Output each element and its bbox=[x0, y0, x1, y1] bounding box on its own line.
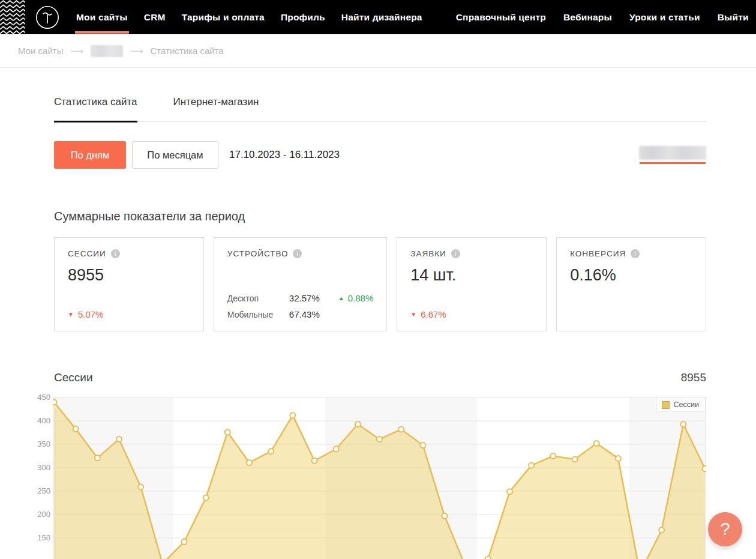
y-axis-tick: 150 bbox=[37, 533, 50, 542]
device-row-desktop: Десктоп 32.57% ▲ 0.88% bbox=[227, 293, 373, 303]
by-months-button[interactable]: По месяцам bbox=[132, 141, 218, 169]
card-sessions: СЕССИИ i 8955 ▼ 5.07% bbox=[54, 237, 204, 331]
main-content: Статистика сайта Интернет-магазин По дня… bbox=[54, 96, 706, 549]
nav-item-tariffs[interactable]: Тарифы и оплата bbox=[182, 0, 265, 34]
device-desktop-label: Десктоп bbox=[227, 294, 289, 303]
info-icon[interactable]: i bbox=[451, 249, 460, 258]
card-conversion: КОНВЕРСИЯ i 0.16% bbox=[556, 237, 706, 331]
device-desktop-value: 32.57% bbox=[289, 293, 332, 303]
device-desktop-delta-value: 0.88% bbox=[348, 293, 374, 303]
tab-bar: Статистика сайта Интернет-магазин bbox=[54, 96, 706, 122]
chart-total: 8955 bbox=[681, 371, 706, 384]
card-devices-label: УСТРОЙСТВО bbox=[227, 249, 289, 258]
chart-header: Сессии 8955 bbox=[54, 371, 706, 384]
site-url-link-redacted[interactable] bbox=[639, 146, 706, 164]
device-mobile-label: Мобильные bbox=[227, 310, 289, 319]
date-range-label: 17.10.2023 - 16.11.2023 bbox=[229, 149, 340, 161]
down-arrow-icon: ▼ bbox=[410, 311, 416, 318]
breadcrumb-arrow-icon: ⟶ bbox=[70, 46, 83, 56]
chart-plot: Сессии bbox=[53, 397, 706, 549]
device-mobile-value: 67.43% bbox=[289, 309, 332, 319]
by-days-button[interactable]: По дням bbox=[54, 141, 126, 169]
card-leads: ЗАЯВКИ i 14 шт. ▼ 6.67% bbox=[397, 237, 547, 331]
card-leads-delta: ▼ 6.67% bbox=[410, 309, 533, 319]
breadcrumb-site-name-redacted[interactable] bbox=[91, 45, 123, 57]
info-icon[interactable]: i bbox=[631, 249, 640, 258]
tab-online-store[interactable]: Интернет-магазин bbox=[173, 96, 259, 121]
top-navbar: Мои сайты CRM Тарифы и оплата Профиль На… bbox=[0, 0, 756, 34]
chart-title: Сессии bbox=[54, 371, 93, 384]
card-sessions-value: 8955 bbox=[68, 266, 190, 285]
card-leads-label: ЗАЯВКИ bbox=[410, 249, 446, 258]
card-sessions-delta-value: 5.07% bbox=[78, 309, 104, 319]
info-icon[interactable]: i bbox=[111, 249, 120, 258]
device-desktop-delta: ▲ 0.88% bbox=[338, 293, 373, 303]
help-button[interactable]: ? bbox=[708, 512, 742, 546]
card-devices: УСТРОЙСТВО i Десктоп 32.57% ▲ 0.88% Моби… bbox=[214, 237, 387, 331]
breadcrumb-arrow-icon: ⟶ bbox=[130, 46, 143, 56]
nav-item-webinars[interactable]: Вебинары bbox=[563, 0, 612, 34]
chart-y-axis-labels: 450400350300250200150 bbox=[36, 397, 53, 549]
breadcrumb: Мои сайты ⟶ ⟶ Статистика сайта bbox=[0, 34, 756, 68]
up-arrow-icon: ▲ bbox=[338, 295, 344, 301]
nav-item-logout[interactable]: Выйти bbox=[718, 0, 749, 34]
card-conversion-value: 0.16% bbox=[570, 266, 692, 285]
nav-item-profile[interactable]: Профиль bbox=[281, 0, 325, 34]
summary-cards: СЕССИИ i 8955 ▼ 5.07% УСТРОЙСТВО i Дескт… bbox=[54, 237, 706, 331]
period-controls: По дням По месяцам 17.10.2023 - 16.11.20… bbox=[54, 141, 706, 169]
nav-menu-left: Мои сайты CRM Тарифы и оплата Профиль На… bbox=[76, 0, 439, 34]
tab-site-statistics[interactable]: Статистика сайта bbox=[54, 96, 137, 122]
info-icon[interactable]: i bbox=[293, 249, 302, 258]
device-row-mobile: Мобильные 67.43% bbox=[227, 309, 373, 319]
zigzag-pattern bbox=[0, 0, 25, 34]
sessions-area-chart bbox=[53, 397, 706, 559]
legend-swatch-icon bbox=[662, 401, 670, 409]
nav-menu-right: Справочный центр Вебинары Уроки и статьи… bbox=[439, 0, 749, 34]
summary-section-title: Суммарные показатели за период bbox=[54, 210, 706, 223]
site-url-underline bbox=[640, 162, 706, 164]
device-rows: Десктоп 32.57% ▲ 0.88% Мобильные 67.43% bbox=[227, 287, 373, 319]
chart-legend[interactable]: Сессии bbox=[656, 397, 706, 412]
nav-item-crm[interactable]: CRM bbox=[144, 0, 166, 34]
legend-label: Сессии bbox=[674, 400, 699, 409]
y-axis-tick: 350 bbox=[37, 440, 50, 449]
y-axis-tick: 200 bbox=[37, 510, 50, 519]
card-sessions-label: СЕССИИ bbox=[68, 249, 106, 258]
breadcrumb-current-page: Статистика сайта bbox=[150, 46, 223, 56]
card-conversion-label: КОНВЕРСИЯ bbox=[570, 249, 626, 258]
y-axis-tick: 300 bbox=[37, 463, 50, 472]
nav-item-find-designer[interactable]: Найти дизайнера bbox=[341, 0, 422, 34]
card-leads-value: 14 шт. bbox=[410, 266, 533, 285]
nav-item-lessons[interactable]: Уроки и статьи bbox=[629, 0, 700, 34]
card-sessions-delta: ▼ 5.07% bbox=[68, 309, 190, 319]
site-url-redacted-blur bbox=[639, 146, 706, 160]
nav-item-help-center[interactable]: Справочный центр bbox=[456, 0, 546, 34]
nav-item-my-sites[interactable]: Мои сайты bbox=[76, 0, 128, 34]
down-arrow-icon: ▼ bbox=[68, 311, 74, 318]
y-axis-tick: 400 bbox=[37, 416, 50, 425]
card-leads-delta-value: 6.67% bbox=[421, 309, 446, 319]
sessions-chart-area: 450400350300250200150 Сессии bbox=[36, 397, 706, 549]
tilda-logo[interactable] bbox=[35, 5, 59, 29]
breadcrumb-my-sites[interactable]: Мои сайты bbox=[18, 46, 63, 56]
y-axis-tick: 250 bbox=[37, 486, 50, 495]
y-axis-tick: 450 bbox=[37, 393, 50, 402]
